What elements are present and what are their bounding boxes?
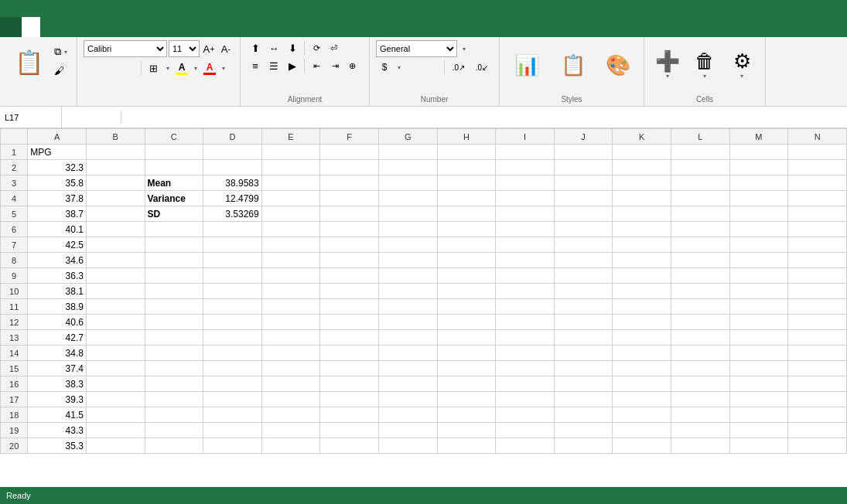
col-header-f[interactable]: F [320,129,379,145]
cell-i10[interactable] [496,284,555,299]
cell-f4[interactable] [320,191,379,206]
confirm-formula-button[interactable] [82,111,96,124]
cell-a11[interactable]: 38.9 [28,299,87,315]
cell-d18[interactable] [203,407,262,423]
cell-c2[interactable] [145,160,203,175]
row-header[interactable]: 16 [1,376,28,392]
cell-m20[interactable] [729,438,788,454]
number-format-dropdown[interactable]: ▾ [459,40,470,57]
cell-e20[interactable] [261,438,320,454]
cell-f20[interactable] [320,438,379,454]
col-header-b[interactable]: B [86,129,145,145]
cell-l4[interactable] [671,191,729,206]
cell-f5[interactable] [320,206,379,222]
cell-j4[interactable] [554,191,613,206]
cell-e8[interactable] [261,253,320,268]
cell-a8[interactable]: 34.6 [28,253,87,268]
file-tab[interactable] [0,17,22,37]
cell-h17[interactable] [437,392,496,407]
cell-b10[interactable] [86,284,145,299]
insert-button[interactable]: ➕ ▾ [651,40,685,90]
cell-j18[interactable] [554,407,613,423]
cell-g14[interactable] [378,346,437,361]
cell-k9[interactable] [613,268,671,284]
cell-n19[interactable] [788,423,847,438]
cell-g18[interactable] [378,407,437,423]
cell-k20[interactable] [613,438,671,454]
cell-k16[interactable] [613,376,671,392]
cell-n18[interactable] [788,407,847,423]
cell-f16[interactable] [320,376,379,392]
cell-e12[interactable] [261,315,320,330]
cell-i16[interactable] [496,376,555,392]
cell-styles-button[interactable]: 🎨 [599,40,637,90]
row-header[interactable]: 9 [1,268,28,284]
cell-n3[interactable] [788,175,847,191]
tab-formulas[interactable] [77,17,96,37]
row-header[interactable]: 3 [1,175,28,191]
cell-k18[interactable] [613,407,671,423]
decrease-decimal-button[interactable]: .0↙ [471,60,493,75]
row-header[interactable]: 6 [1,222,28,237]
cell-l2[interactable] [671,160,729,175]
cell-f11[interactable] [320,299,379,315]
align-center-button[interactable]: ☰ [265,58,282,73]
cell-d20[interactable] [203,438,262,454]
cell-d4[interactable]: 12.4799 [203,191,262,206]
cell-j12[interactable] [554,315,613,330]
cell-l6[interactable] [671,222,729,237]
col-header-d[interactable]: D [203,129,262,145]
cell-g2[interactable] [378,160,437,175]
function-button[interactable] [99,111,118,124]
cell-e16[interactable] [261,376,320,392]
decrease-indent-button[interactable]: ⇤ [308,58,325,73]
tab-insert[interactable] [40,17,59,37]
cell-m6[interactable] [729,222,788,237]
row-header[interactable]: 18 [1,407,28,423]
cell-j1[interactable] [554,145,613,160]
cell-f1[interactable] [320,145,379,160]
cell-m10[interactable] [729,284,788,299]
row-header[interactable]: 13 [1,330,28,346]
align-middle-button[interactable]: ↔ [265,40,282,56]
cell-k6[interactable] [613,222,671,237]
cell-h2[interactable] [437,160,496,175]
cell-m12[interactable] [729,315,788,330]
cell-i11[interactable] [496,299,555,315]
increase-indent-button[interactable]: ⇥ [326,58,343,73]
cell-n5[interactable] [788,206,847,222]
name-box-input[interactable] [5,113,56,122]
cell-a14[interactable]: 34.8 [28,346,87,361]
format-as-table-button[interactable]: 📋 [552,40,594,90]
cell-k7[interactable] [613,237,671,253]
cell-c5[interactable]: SD [145,206,203,222]
cell-c4[interactable]: Variance [145,191,203,206]
row-header[interactable]: 17 [1,392,28,407]
cell-d12[interactable] [203,315,262,330]
cell-n10[interactable] [788,284,847,299]
cell-i4[interactable] [496,191,555,206]
cell-h4[interactable] [437,191,496,206]
cell-j11[interactable] [554,299,613,315]
wrap-text-button[interactable]: ⏎ [326,40,343,56]
cell-k13[interactable] [613,330,671,346]
cell-k14[interactable] [613,346,671,361]
cell-c7[interactable] [145,237,203,253]
cell-k1[interactable] [613,145,671,160]
cell-d17[interactable] [203,392,262,407]
row-header[interactable]: 15 [1,361,28,376]
cell-g5[interactable] [378,206,437,222]
cell-g10[interactable] [378,284,437,299]
cell-e10[interactable] [261,284,320,299]
fill-color-button[interactable]: A [174,60,190,77]
cell-l8[interactable] [671,253,729,268]
cell-i5[interactable] [496,206,555,222]
row-header[interactable]: 5 [1,206,28,222]
cell-i6[interactable] [496,222,555,237]
cell-c14[interactable] [145,346,203,361]
cell-n2[interactable] [788,160,847,175]
cell-l5[interactable] [671,206,729,222]
cell-d19[interactable] [203,423,262,438]
tab-page-layout[interactable] [59,17,77,37]
cell-d10[interactable] [203,284,262,299]
